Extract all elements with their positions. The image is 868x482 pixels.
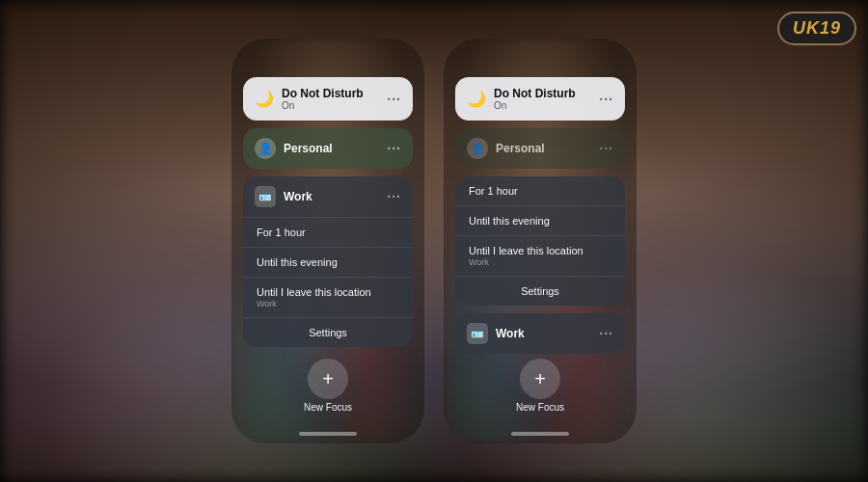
right-moon-icon: 🌙 bbox=[467, 90, 486, 108]
dnd-status: On bbox=[282, 100, 379, 111]
right-work-dots-button[interactable]: ··· bbox=[599, 326, 613, 341]
moon-icon: 🌙 bbox=[255, 90, 274, 108]
left-work-header[interactable]: 🪪 Work ··· bbox=[243, 176, 413, 217]
watermark-text: UK19 bbox=[793, 18, 841, 39]
right-work-options: For 1 hour Until this evening Until I le… bbox=[455, 176, 625, 306]
right-dnd-item[interactable]: 🌙 Do Not Disturb On ··· bbox=[455, 77, 625, 120]
person-icon: 👤 bbox=[255, 138, 276, 159]
left-home-indicator bbox=[299, 432, 357, 436]
right-work-option-location[interactable]: Until I leave this location Work bbox=[455, 235, 625, 276]
left-focus-menu: 🌙 Do Not Disturb On ··· 👤 Personal ··· 🪪… bbox=[243, 77, 413, 347]
right-work-option-1hour[interactable]: For 1 hour bbox=[455, 176, 625, 205]
right-dnd-dots-button[interactable]: ··· bbox=[599, 92, 613, 107]
left-work-options: For 1 hour Until this evening Until I le… bbox=[243, 217, 413, 347]
work-option-1hour[interactable]: For 1 hour bbox=[243, 217, 413, 247]
right-dnd-text-group: Do Not Disturb On bbox=[494, 87, 591, 111]
dnd-dots-button[interactable]: ··· bbox=[387, 92, 401, 107]
left-work-expanded: 🪪 Work ··· For 1 hour Until this evening… bbox=[243, 176, 413, 347]
right-home-indicator bbox=[511, 432, 569, 436]
work-dots-button[interactable]: ··· bbox=[387, 189, 401, 204]
watermark-badge: UK19 bbox=[777, 12, 856, 45]
personal-label: Personal bbox=[284, 142, 379, 155]
left-phone: 🌙 Do Not Disturb On ··· 👤 Personal ··· 🪪… bbox=[231, 39, 424, 443]
left-new-focus-label: New Focus bbox=[304, 402, 352, 413]
right-work-option-settings[interactable]: Settings bbox=[455, 276, 625, 306]
right-personal-item[interactable]: 👤 Personal ··· bbox=[455, 128, 625, 169]
work-location-sub: Work bbox=[257, 299, 399, 308]
personal-dots-button[interactable]: ··· bbox=[387, 141, 401, 156]
right-focus-menu: 🌙 Do Not Disturb On ··· 👤 Personal ··· F… bbox=[455, 77, 625, 354]
left-dnd-item[interactable]: 🌙 Do Not Disturb On ··· bbox=[243, 77, 413, 120]
phones-container: 🌙 Do Not Disturb On ··· 👤 Personal ··· 🪪… bbox=[0, 0, 868, 482]
left-plus-icon: + bbox=[308, 359, 348, 399]
right-new-focus-button[interactable]: + New Focus bbox=[516, 359, 564, 413]
right-work-expanded-options: For 1 hour Until this evening Until I le… bbox=[455, 176, 625, 306]
right-new-focus-label: New Focus bbox=[516, 402, 564, 413]
right-dnd-title: Do Not Disturb bbox=[494, 87, 591, 100]
right-work-icon: 🪪 bbox=[467, 323, 488, 344]
dnd-title: Do Not Disturb bbox=[282, 87, 379, 100]
right-dnd-status: On bbox=[494, 100, 591, 111]
work-option-settings[interactable]: Settings bbox=[243, 317, 413, 347]
right-phone: 🌙 Do Not Disturb On ··· 👤 Personal ··· F… bbox=[444, 39, 637, 443]
right-plus-icon: + bbox=[520, 359, 560, 399]
left-new-focus-button[interactable]: + New Focus bbox=[304, 359, 352, 413]
right-work-header: 🪪 Work ··· bbox=[455, 313, 625, 354]
right-work-label: Work bbox=[496, 327, 591, 340]
right-work-collapsed[interactable]: 🪪 Work ··· bbox=[455, 313, 625, 354]
left-personal-item[interactable]: 👤 Personal ··· bbox=[243, 128, 413, 169]
dnd-text-group: Do Not Disturb On bbox=[282, 87, 379, 111]
right-work-option-evening[interactable]: Until this evening bbox=[455, 205, 625, 235]
left-work-label: Work bbox=[284, 190, 379, 203]
right-work-location-sub: Work bbox=[469, 257, 611, 267]
right-personal-dots-button[interactable]: ··· bbox=[599, 141, 613, 156]
right-personal-label: Personal bbox=[496, 142, 591, 155]
work-icon: 🪪 bbox=[255, 186, 276, 207]
work-option-location[interactable]: Until I leave this location Work bbox=[243, 277, 413, 317]
work-option-evening[interactable]: Until this evening bbox=[243, 247, 413, 277]
right-person-icon: 👤 bbox=[467, 138, 488, 159]
